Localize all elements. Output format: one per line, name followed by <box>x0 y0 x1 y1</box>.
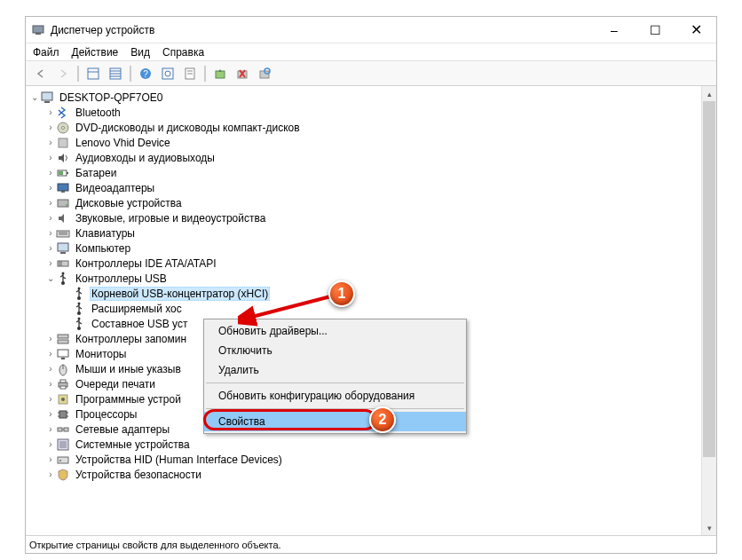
expand-toggle[interactable]: ⌄ <box>29 92 40 102</box>
svg-rect-30 <box>61 191 65 193</box>
help-button[interactable]: ? <box>136 64 155 83</box>
scroll-up-button[interactable]: ▴ <box>702 86 716 101</box>
network-icon <box>56 422 70 437</box>
app-icon <box>31 23 45 37</box>
expand-toggle[interactable]: › <box>45 469 56 479</box>
svg-point-44 <box>77 296 81 300</box>
tree-category[interactable]: ›Видеоадаптеры <box>26 180 716 195</box>
back-button[interactable] <box>31 64 51 83</box>
expand-toggle[interactable]: › <box>45 394 56 404</box>
context-menu-item[interactable]: Обновить драйверы... <box>204 321 466 341</box>
expand-toggle[interactable]: › <box>45 379 56 389</box>
annotation-marker-1: 1 <box>328 280 355 307</box>
menu-file[interactable]: Файл <box>33 46 59 59</box>
device-tree[interactable]: ⌄DESKTOP-QPF7OE0›Bluetooth›DVD-дисководы… <box>26 86 716 535</box>
tree-category[interactable]: ›Контроллеры IDE ATA/ATAPI <box>26 256 716 271</box>
svg-rect-2 <box>88 68 99 79</box>
expand-toggle[interactable]: ⌄ <box>45 273 56 283</box>
tree-item-label: Составное USB уст <box>90 317 189 331</box>
tree-item-label: Контроллеры IDE ATA/ATAPI <box>74 256 218 271</box>
cpu-icon <box>56 407 70 422</box>
tree-category[interactable]: ›Звуковые, игровые и видеоустройства <box>26 210 716 225</box>
menu-action[interactable]: Действие <box>72 46 119 59</box>
forward-button[interactable] <box>53 64 73 83</box>
svg-rect-51 <box>58 350 68 357</box>
device-manager-window: Диспетчер устройств – ☐ ✕ Файл Действие … <box>25 16 717 554</box>
refresh-button[interactable] <box>158 64 178 83</box>
svg-rect-22 <box>44 101 50 103</box>
tree-category[interactable]: ›Клавиатуры <box>26 225 716 241</box>
expand-toggle[interactable]: › <box>45 258 56 268</box>
tree-category[interactable]: ⌄Контроллеры USB <box>26 271 716 286</box>
separator <box>204 66 206 82</box>
context-menu-item[interactable]: Удалить <box>204 360 466 380</box>
tree-device[interactable]: Расширяемый хос <box>26 301 716 316</box>
menu-view[interactable]: Вид <box>130 46 150 59</box>
separator <box>77 66 79 82</box>
svg-point-59 <box>61 398 65 401</box>
hid-icon <box>56 453 70 467</box>
tree-device[interactable]: Корневой USB-концентратор (xHCI) <box>26 286 716 301</box>
tree-category[interactable]: ›Батареи <box>26 165 716 180</box>
properties-button[interactable] <box>180 64 200 83</box>
tree-item-label: Процессоры <box>74 407 139 422</box>
svg-rect-36 <box>58 243 68 251</box>
menu-help[interactable]: Справка <box>162 46 204 59</box>
scroll-thumb[interactable] <box>703 101 715 457</box>
expand-toggle[interactable]: › <box>45 409 56 419</box>
svg-point-42 <box>61 281 65 285</box>
svg-point-41 <box>62 272 65 274</box>
expand-toggle[interactable]: › <box>45 454 56 464</box>
context-menu-item[interactable]: Обновить конфигурацию оборудования <box>204 386 466 406</box>
tree-category[interactable]: ›DVD-дисководы и дисководы компакт-диско… <box>26 120 716 135</box>
battery-icon <box>56 166 70 180</box>
tree-item-label: Устройства HID (Human Interface Devices) <box>74 453 284 467</box>
expand-toggle[interactable]: › <box>45 198 56 208</box>
expand-toggle[interactable]: › <box>45 183 56 193</box>
svg-rect-21 <box>42 92 52 100</box>
expand-toggle[interactable]: › <box>45 122 56 132</box>
audio-icon <box>56 151 70 165</box>
expand-toggle[interactable]: › <box>45 228 56 238</box>
expand-toggle[interactable]: › <box>45 439 56 449</box>
expand-toggle[interactable]: › <box>45 168 56 177</box>
expand-toggle[interactable]: › <box>45 213 56 223</box>
list-button[interactable] <box>106 64 125 83</box>
tree-root[interactable]: ⌄DESKTOP-QPF7OE0 <box>26 90 716 105</box>
tree-item-label: Очереди печати <box>74 377 157 391</box>
scan-hardware-button[interactable] <box>255 64 274 83</box>
context-menu-item[interactable]: Свойства <box>204 412 466 431</box>
expand-toggle[interactable]: › <box>45 138 56 147</box>
separator <box>130 66 131 82</box>
tree-category[interactable]: ›Устройства безопасности <box>26 467 716 482</box>
expand-toggle[interactable]: › <box>45 243 56 253</box>
tree-category[interactable]: ›Lenovo Vhid Device <box>26 135 716 150</box>
expand-toggle[interactable]: › <box>45 107 56 117</box>
uninstall-button[interactable] <box>233 64 252 83</box>
tree-category[interactable]: ›Компьютер <box>26 241 716 256</box>
scrollbar[interactable]: ▴ ▾ <box>701 86 716 535</box>
tree-category[interactable]: ›Аудиовходы и аудиовыходы <box>26 150 716 165</box>
close-button[interactable]: ✕ <box>675 17 716 43</box>
expand-toggle[interactable]: › <box>45 424 56 434</box>
tree-category[interactable]: ›Системные устройства <box>26 437 716 452</box>
tree-item-label: Компьютер <box>74 241 132 256</box>
tree-category[interactable]: ›Устройства HID (Human Interface Devices… <box>26 452 716 467</box>
tree-category[interactable]: ›Bluetooth <box>26 105 716 120</box>
context-menu-item[interactable]: Отключить <box>204 341 466 360</box>
expand-toggle[interactable]: › <box>45 349 56 359</box>
minimize-button[interactable]: – <box>594 17 635 43</box>
software-icon <box>56 392 70 406</box>
svg-rect-49 <box>58 335 68 338</box>
expand-toggle[interactable]: › <box>45 334 56 343</box>
svg-text:?: ? <box>143 69 148 79</box>
expand-toggle[interactable]: › <box>45 153 56 162</box>
tree-category[interactable]: ›Дисковые устройства <box>26 195 716 210</box>
svg-point-45 <box>78 302 81 304</box>
details-button[interactable] <box>83 64 103 83</box>
update-driver-button[interactable] <box>210 64 230 83</box>
svg-point-46 <box>77 312 81 315</box>
scroll-down-button[interactable]: ▾ <box>702 520 716 535</box>
expand-toggle[interactable]: › <box>45 364 56 374</box>
maximize-button[interactable]: ☐ <box>635 17 675 43</box>
